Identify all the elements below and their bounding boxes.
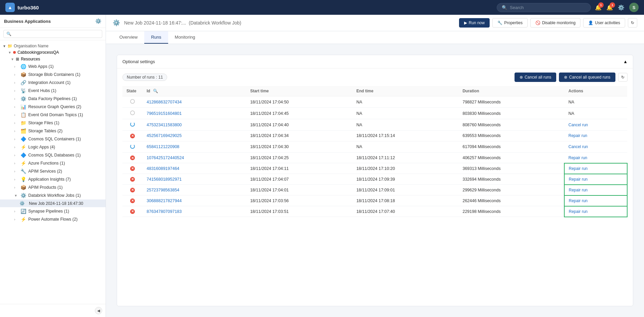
sidebar-item-cosmos-sql-databases[interactable]: ›🔷Cosmos SQL Databases (1)	[0, 151, 106, 159]
repair-run-link[interactable]: Repair run	[569, 198, 588, 203]
sidebar-collapse-button[interactable]: ◀	[95, 307, 102, 314]
run-id-link[interactable]: 25723798563854	[147, 188, 179, 192]
notifications-icon-2[interactable]: 🔔 1	[606, 4, 613, 11]
cell-actions[interactable]: Repair run	[564, 131, 627, 141]
repair-run-link[interactable]: Repair run	[569, 209, 588, 214]
cell-id[interactable]: 65841121220908	[143, 141, 246, 152]
cell-start-time: 18/11/2024 17:04:30	[246, 141, 352, 152]
settings-icon[interactable]: ⚙️	[618, 4, 624, 11]
sidebar-item-apim-products[interactable]: ›📦APIM Products (1)	[0, 183, 106, 191]
run-id-link[interactable]: 1076425172440524	[147, 155, 184, 160]
run-id-link[interactable]: 452567169429025	[147, 133, 182, 138]
run-id-link[interactable]: 876347807097183	[147, 209, 182, 214]
cell-id[interactable]: 48316089197464	[143, 163, 246, 174]
item-label: Storage Files (1)	[28, 121, 103, 125]
search-input[interactable]	[510, 5, 586, 10]
repair-run-link[interactable]: Repair run	[568, 133, 587, 138]
chevron-icon: ›	[14, 105, 18, 109]
sidebar-item-apim-services[interactable]: ›🔧APIM Services (2)	[0, 167, 106, 175]
cell-actions[interactable]: Repair run	[564, 195, 627, 206]
app-logo[interactable]: ▲ turbo360	[5, 3, 39, 12]
sidebar-item-azure-functions[interactable]: ›⚡Azure Functions (1)	[0, 159, 106, 167]
cell-id[interactable]: 1076425172440524	[143, 152, 246, 163]
item-icon: 📡	[20, 88, 26, 93]
status-circle-icon	[130, 110, 135, 115]
sidebar-item-resource-graph-queries[interactable]: ›📊Resource Graph Queries (2)	[0, 103, 106, 111]
user-activities-button[interactable]: 👤 User activities	[583, 18, 625, 28]
run-id-link[interactable]: 741568018952971	[147, 177, 182, 182]
cell-duration: 406257 Milliseconds	[458, 152, 564, 163]
cancel-all-runs-button[interactable]: ⊗ Cancel all runs	[515, 73, 556, 82]
th-search-icon[interactable]: 🔍	[153, 89, 158, 93]
run-id-link[interactable]: 306888217827944	[147, 198, 182, 203]
cancel-all-icon: ⊗	[520, 75, 523, 80]
cancel-queued-runs-button[interactable]: ⊗ Cancel all queued runs	[559, 73, 615, 82]
resources-item[interactable]: ▼ ⊞ Resources	[0, 56, 106, 62]
cell-actions[interactable]: Repair run	[564, 152, 627, 163]
cell-id[interactable]: 876347807097183	[143, 206, 246, 217]
tab-monitoring[interactable]: Monitoring	[168, 31, 202, 44]
cell-actions[interactable]: Cancel run	[564, 119, 627, 131]
tab-runs[interactable]: Runs	[144, 31, 168, 44]
table-refresh-button[interactable]: ↻	[618, 73, 628, 82]
cell-id[interactable]: 25723798563854	[143, 185, 246, 195]
sidebar-header: Business Applications ⚙️	[0, 15, 106, 28]
panel-header[interactable]: Optional settings ▲	[117, 55, 633, 69]
sidebar-gear-icon[interactable]: ⚙️	[95, 18, 102, 24]
chevron-icon: ▼	[14, 194, 18, 197]
sidebar-item-power-automate-flows[interactable]: ›⚡Power Automate Flows (2)	[0, 215, 106, 223]
cell-id[interactable]: 475323411583800	[143, 119, 246, 131]
chevron-icon: ›	[14, 218, 18, 221]
sidebar-item-storage-blob-containers[interactable]: ›📦Storage Blob Containers (1)	[0, 71, 106, 79]
cell-id[interactable]: 412868632707434	[143, 96, 246, 108]
tab-overview[interactable]: Overview	[113, 31, 144, 44]
repair-run-link[interactable]: Repair run	[568, 155, 587, 160]
cell-id[interactable]: 452567169429025	[143, 131, 246, 141]
cell-id[interactable]: 741568018952971	[143, 174, 246, 185]
run-id-link[interactable]: 48316089197464	[147, 166, 179, 171]
sidebar-item-event-hubs[interactable]: ›📡Event Hubs (1)	[0, 87, 106, 95]
refresh-button[interactable]: ↻	[628, 18, 637, 28]
cell-actions[interactable]: Repair run	[564, 174, 627, 185]
sidebar-item-logic-apps[interactable]: ›⚡Logic Apps (4)	[0, 143, 106, 151]
user-avatar[interactable]: S	[629, 3, 639, 12]
repair-run-link[interactable]: Repair run	[569, 166, 588, 171]
sidebar-item-event-grid-domain-topics[interactable]: ›📋Event Grid Domain Topics (1)	[0, 111, 106, 119]
app-item[interactable]: ▼ CabbookingprocessQA	[0, 49, 106, 56]
cell-id[interactable]: 796519151604801	[143, 108, 246, 119]
notifications-icon-1[interactable]: 🔔 1	[595, 4, 602, 11]
sidebar-item-integration-account[interactable]: ›🔗Integration Account (1)	[0, 79, 106, 87]
sidebar-item-synapse-pipelines[interactable]: ›🔄Synapse Pipelines (1)	[0, 207, 106, 215]
sidebar-item-storage-tables[interactable]: ›🗂️Storage Tables (2)	[0, 127, 106, 135]
sidebar-item-cosmos-sql-containers[interactable]: ›🔷Cosmos SQL Containers (1)	[0, 135, 106, 143]
cancel-run-link[interactable]: Cancel run	[568, 123, 588, 127]
disable-monitoring-button[interactable]: 🚫 Disable monitoring	[530, 18, 580, 28]
table-row: ✕30688821782794418/11/2024 17:03:5618/11…	[122, 195, 627, 206]
run-id-link[interactable]: 475323411583800	[147, 123, 182, 127]
sidebar-item-databrick-workflow-jobs[interactable]: ▼⚙️Databrick Workflow Jobs (1)	[0, 191, 106, 199]
search-bar[interactable]: 🔍	[497, 3, 591, 12]
sidebar-search-input[interactable]	[3, 30, 102, 38]
table-row: 41286863270743418/11/2024 17:04:50NA7988…	[122, 96, 627, 108]
run-id-link[interactable]: 65841121220908	[147, 144, 179, 149]
sidebar-item-web-apps[interactable]: ›🌐Web Apps (1)	[0, 62, 106, 71]
run-now-button[interactable]: ▶ Run now	[459, 18, 490, 28]
cell-actions[interactable]: Repair run	[564, 185, 627, 195]
run-id-link[interactable]: 796519151604801	[147, 111, 182, 116]
sidebar-item-application-insights[interactable]: ›💡Application Insights (7)	[0, 175, 106, 183]
cancel-run-link[interactable]: Cancel run	[568, 144, 588, 149]
run-id-link[interactable]: 412868632707434	[147, 100, 182, 104]
cell-actions[interactable]: Cancel run	[564, 141, 627, 152]
sidebar-item-storage-files[interactable]: ›📁Storage Files (1)	[0, 119, 106, 127]
sidebar-active-job[interactable]: ⚙️New Job 2024-11-18 16:47:30	[0, 199, 106, 207]
cell-actions[interactable]: Repair run	[564, 206, 627, 217]
properties-button[interactable]: 🔧 Properties	[492, 18, 528, 28]
runs-row: Number of runs : 11 ⊗ Cancel all runs ⊗	[122, 73, 628, 82]
repair-run-link[interactable]: Repair run	[569, 188, 588, 192]
org-label[interactable]: ▼ 📁 Organisation Name	[0, 42, 106, 49]
repair-run-link[interactable]: Repair run	[569, 177, 588, 182]
sidebar-item-data-factory-pipelines[interactable]: ›⚙️Data Factory Pipelines (1)	[0, 95, 106, 103]
cell-id[interactable]: 306888217827944	[143, 195, 246, 206]
item-icon: 💡	[20, 177, 26, 182]
cell-actions[interactable]: Repair run	[564, 163, 627, 174]
